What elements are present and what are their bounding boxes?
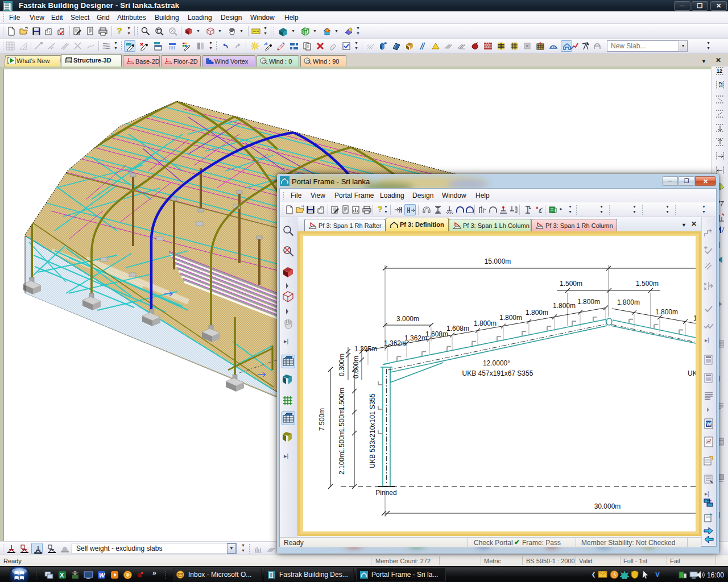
svg-text:1.500m: 1.500m xyxy=(560,280,582,288)
svg-text:▸|: ▸| xyxy=(284,338,288,344)
svg-text:UKB 533x210x101 S355: UKB 533x210x101 S355 xyxy=(369,393,377,468)
svg-text:W: W xyxy=(706,421,712,427)
svg-text:1.8: 1.8 xyxy=(693,314,696,322)
svg-text:1.500m: 1.500m xyxy=(636,280,659,288)
svg-text:1.800m: 1.800m xyxy=(474,319,497,327)
svg-text:0.300m: 0.300m xyxy=(338,354,346,376)
svg-text:1.500m: 1.500m xyxy=(338,409,346,432)
svg-text:1.362m: 1.362m xyxy=(404,334,427,342)
svg-text:15.000m: 15.000m xyxy=(485,257,511,265)
svg-text:1.295m: 1.295m xyxy=(354,345,377,353)
svg-text:12: 12 xyxy=(717,68,722,74)
svg-text:▸|: ▸| xyxy=(705,490,709,497)
svg-text:▸|: ▸| xyxy=(705,337,709,343)
svg-text:1.500m: 1.500m xyxy=(338,430,346,453)
svg-text:25: 25 xyxy=(305,59,310,63)
svg-text:1.608m: 1.608m xyxy=(446,325,469,332)
svg-text:3.000m: 3.000m xyxy=(396,315,419,323)
svg-text:2.100m: 2.100m xyxy=(338,452,346,475)
svg-text:25: 25 xyxy=(262,59,266,63)
svg-text:7.500m: 7.500m xyxy=(318,408,326,431)
svg-text:0.600m: 0.600m xyxy=(352,356,360,379)
svg-text:1.800m: 1.800m xyxy=(617,298,640,306)
svg-text:W: W xyxy=(99,572,106,579)
svg-text:1.800m: 1.800m xyxy=(499,314,522,322)
svg-text:1.362m: 1.362m xyxy=(384,339,407,347)
svg-text:▸|: ▸| xyxy=(284,452,288,459)
svg-text:12: 12 xyxy=(718,82,723,88)
svg-text:1.800m: 1.800m xyxy=(655,308,678,316)
svg-text:12.0000°: 12.0000° xyxy=(483,359,510,367)
svg-text:1.608m: 1.608m xyxy=(425,330,448,338)
svg-text:1.800m: 1.800m xyxy=(553,302,576,310)
svg-text:1.800m: 1.800m xyxy=(526,309,548,317)
svg-text:1.800m: 1.800m xyxy=(577,298,600,306)
svg-text:UKB 457x191x67 S355: UKB 457x191x67 S355 xyxy=(688,369,696,377)
svg-text:X: X xyxy=(60,572,64,579)
svg-text:1.500m: 1.500m xyxy=(338,388,346,410)
svg-text:Pinned: Pinned xyxy=(375,489,396,497)
svg-text:30.000m: 30.000m xyxy=(594,502,621,510)
svg-text:UKB 457x191x67 S355: UKB 457x191x67 S355 xyxy=(462,369,533,377)
